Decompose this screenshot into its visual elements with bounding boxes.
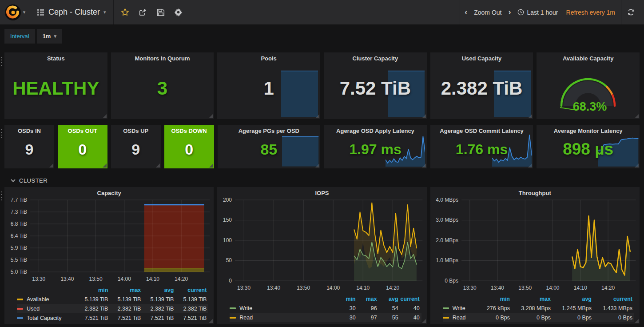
legend-column-avg[interactable]: avg <box>551 296 592 302</box>
resize-handle[interactable] <box>422 319 426 323</box>
panel-title-iops-chart[interactable]: IOPS <box>217 187 426 196</box>
capacity-chart-plot[interactable]: 5.0 TiB5.5 TiB5.9 TiB6.4 TiB6.8 TiB7.3 T… <box>4 196 214 284</box>
svg-text:14:20: 14:20 <box>601 285 615 291</box>
panel-status: Status HEALTHY <box>4 52 107 119</box>
legend-column-min[interactable]: min <box>469 296 510 302</box>
legend-value-min: 30 <box>334 315 356 321</box>
row-drag-handle[interactable] <box>0 128 3 138</box>
legend-row-read: Read30975540 <box>230 313 421 322</box>
time-range-button[interactable]: Last 1 hour <box>513 0 562 24</box>
legend-value-max: 5.139 TiB <box>108 296 141 303</box>
iops-chart-plot[interactable]: 05010015020013:3013:4013:5014:0014:1014:… <box>217 196 426 293</box>
caret-down-icon: ▾ <box>54 34 56 39</box>
svg-text:100: 100 <box>223 237 232 243</box>
throughput-chart-plot[interactable]: 0 Bps1.0 MBps2.0 MBps3.0 MBps4.0 MBps13:… <box>430 196 640 293</box>
panel-throughput-chart: Throughput 0 Bps1.0 MBps2.0 MBps3.0 MBps… <box>430 187 640 324</box>
iops-chart-legend: minmaxavgcurrentWrite30965440Read3097554… <box>217 293 426 324</box>
legend-column-min[interactable]: min <box>334 296 356 302</box>
zoom-out-button[interactable]: Zoom Out <box>470 0 505 24</box>
status-value: HEALTHY <box>4 52 107 119</box>
dashboard-title: Ceph - Cluster <box>48 8 100 17</box>
panel-cluster-capacity: Cluster Capacity 7.52 TiB <box>324 52 427 119</box>
panel-iops-chart: IOPS 05010015020013:3013:4013:5014:0014:… <box>217 187 426 324</box>
divider <box>621 0 621 24</box>
legend-column-avg[interactable]: avg <box>141 287 174 293</box>
panel-osds-out: OSDs OUT 0 <box>58 125 107 168</box>
svg-text:14:20: 14:20 <box>175 276 188 282</box>
section-header-cluster[interactable]: CLUSTER <box>11 177 640 184</box>
panel-title-throughput-chart[interactable]: Throughput <box>430 187 640 196</box>
dashboard-title-button[interactable]: Ceph - Cluster ▾ <box>48 8 106 17</box>
legend-series-label: Available <box>27 296 49 303</box>
legend-value-avg: 0 Bps <box>551 315 592 321</box>
share-button[interactable] <box>134 0 152 24</box>
svg-text:5.0 TiB: 5.0 TiB <box>11 269 27 275</box>
legend-series-total-capacity[interactable]: Total Capacity <box>17 315 75 321</box>
legend-value-min: 5.139 TiB <box>75 296 108 303</box>
legend-series-label: Write <box>239 305 252 311</box>
row-drag-handle[interactable] <box>0 191 3 200</box>
used-capacity-value: 2.382 TiB <box>430 52 533 119</box>
svg-text:4.0 MBps: 4.0 MBps <box>436 197 458 203</box>
legend-series-read[interactable]: Read <box>443 315 469 321</box>
commit-latency-value: 1.76 ms <box>430 125 533 168</box>
stat-row-2: OSDs IN 9 OSDs OUT 0 OSDs UP 9 OSDs DOWN… <box>4 125 640 168</box>
legend-series-label: Write <box>453 305 465 311</box>
svg-text:6.4 TiB: 6.4 TiB <box>11 233 27 239</box>
section-label: CLUSTER <box>19 177 48 184</box>
svg-text:6.8 TiB: 6.8 TiB <box>11 221 27 227</box>
legend-column-max[interactable]: max <box>356 296 377 302</box>
save-button[interactable] <box>152 0 170 24</box>
legend-series-available[interactable]: Available <box>17 296 75 303</box>
legend-column-current[interactable]: current <box>174 287 207 293</box>
panel-title-capacity-chart[interactable]: Capacity <box>4 187 214 196</box>
legend-column-max[interactable]: max <box>108 287 141 293</box>
legend-value-current: 40 <box>398 305 420 311</box>
legend-column-current[interactable]: current <box>398 296 420 302</box>
legend-series-read[interactable]: Read <box>230 315 334 321</box>
legend-row-write: Write30965440 <box>230 303 421 313</box>
refresh-button[interactable] <box>623 0 639 24</box>
legend-column-min[interactable]: min <box>75 287 108 293</box>
legend-value-avg: 2.382 TiB <box>141 306 174 312</box>
resize-handle[interactable] <box>635 319 639 323</box>
svg-text:50: 50 <box>226 258 232 264</box>
divider <box>460 0 460 24</box>
legend-series-write[interactable]: Write <box>230 305 334 311</box>
svg-text:14:00: 14:00 <box>546 285 559 291</box>
legend-series-label: Read <box>453 315 466 321</box>
svg-text:0: 0 <box>229 278 232 284</box>
legend-column-max[interactable]: max <box>510 296 551 302</box>
resize-handle[interactable] <box>635 114 639 118</box>
legend-swatch <box>230 317 236 319</box>
star-icon <box>121 8 129 16</box>
legend-column-avg[interactable]: avg <box>377 296 398 302</box>
grafana-logo-icon <box>4 4 21 21</box>
panel-osds-up: OSDs UP 9 <box>111 125 161 168</box>
star-button[interactable] <box>116 0 134 24</box>
legend-row-available: Available5.139 TiB5.139 TiB5.139 TiB5.13… <box>17 295 208 304</box>
resize-handle[interactable] <box>209 319 213 323</box>
interval-value: 1m <box>43 33 51 40</box>
legend-row-read: Read0 Bps0 Bps0 Bps0 Bps <box>443 313 634 322</box>
time-forward-button[interactable]: › <box>505 0 513 24</box>
row-drag-handle[interactable] <box>0 56 3 66</box>
refresh-interval-button[interactable]: Refresh every 1m <box>562 0 619 24</box>
legend-series-used[interactable]: Used <box>17 306 75 312</box>
svg-text:13:50: 13:50 <box>518 285 532 291</box>
svg-text:13:30: 13:30 <box>32 276 45 282</box>
legend-column-current[interactable]: current <box>592 296 632 302</box>
legend-value-current: 2.382 TiB <box>174 306 207 312</box>
stat-row-1: Status HEALTHY Monitors In Quorum 3 Pool… <box>4 52 640 119</box>
legend-value-max: 97 <box>356 315 377 321</box>
svg-text:0 Bps: 0 Bps <box>445 278 458 284</box>
grafana-logo-button[interactable]: ▾ <box>0 0 30 24</box>
legend-series-write[interactable]: Write <box>443 305 469 311</box>
caret-down-icon: ▾ <box>23 10 26 15</box>
time-back-button[interactable]: ‹ <box>462 0 470 24</box>
interval-dropdown[interactable]: 1m ▾ <box>37 29 62 44</box>
chart-row: Capacity 5.0 TiB5.5 TiB5.9 TiB6.4 TiB6.8… <box>4 187 640 324</box>
settings-button[interactable] <box>170 0 187 24</box>
legend-value-avg: 55 <box>377 315 398 321</box>
svg-text:3.0 MBps: 3.0 MBps <box>436 217 458 223</box>
